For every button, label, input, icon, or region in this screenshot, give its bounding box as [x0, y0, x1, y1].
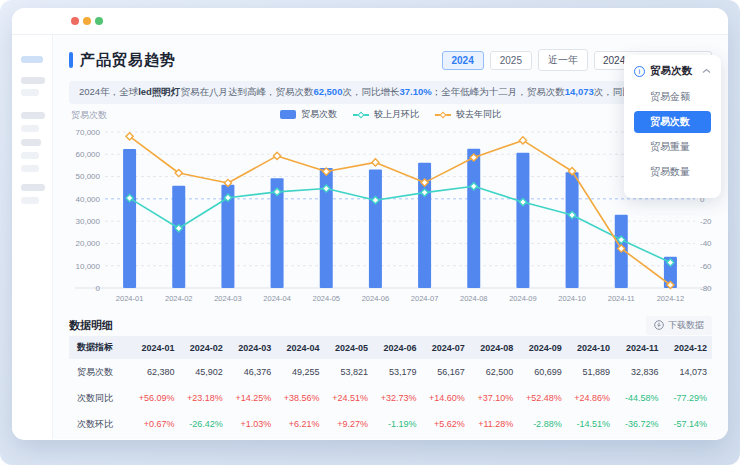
table-cell: +56.09% [131, 385, 179, 411]
option-trade-quantity[interactable]: 贸易数量 [634, 161, 711, 183]
chart-legend: 贸易次数 较上月环比 较去年同比 [69, 108, 712, 121]
table-cell: +0.67% [131, 411, 179, 437]
page-header: 产品贸易趋势 2024 2025 近一年 2024-01 → 2024-12 [69, 47, 712, 73]
table-cell: 49,255 [276, 359, 324, 385]
table-column-header: 数据指标 [69, 336, 131, 359]
bar-2024-02 [172, 186, 185, 288]
table-column-header: 2024-06 [373, 336, 421, 359]
left-axis-label: 60,000 [76, 150, 101, 159]
table-cell: -36.72% [615, 411, 663, 437]
bar-2024-01 [123, 149, 136, 288]
tab-year-2025[interactable]: 2025 [490, 51, 532, 70]
table-cell: -77.29% [663, 385, 712, 411]
table-cell: 62,380 [131, 359, 179, 385]
metric-dropdown-toggle[interactable]: 贸易次数 [634, 64, 711, 78]
right-axis-label: -20 [700, 217, 712, 226]
table-cell: +24.51% [325, 385, 373, 411]
sidebar-skeleton-item [21, 152, 39, 159]
option-trade-count[interactable]: 贸易次数 [634, 111, 711, 133]
left-axis-label: 10,000 [76, 262, 101, 271]
info-icon [634, 66, 645, 77]
x-axis-label: 2024-10 [558, 294, 586, 303]
line-series [130, 136, 671, 285]
summary-banner: 2024年，全球led照明灯贸易在八月达到高峰，贸易次数62,500次，同比增长… [69, 81, 712, 104]
table-cell: -26.42% [179, 411, 227, 437]
sidebar-skeleton-item [21, 112, 45, 119]
row-label: 次数环比 [69, 411, 131, 437]
table-cell: +5.62% [421, 411, 469, 437]
option-trade-weight[interactable]: 贸易重量 [634, 136, 711, 158]
line-swatch-icon [353, 114, 369, 116]
table-cell: -1.19% [373, 411, 421, 437]
summary-segment: 14,073 [565, 86, 594, 97]
table-column-header: 2024-12 [663, 336, 712, 359]
table-cell: 46,376 [228, 359, 276, 385]
table-cell: +6.21% [276, 411, 324, 437]
summary-segment: 37.10% [399, 86, 431, 97]
data-detail-section: 数据明细 下载数据 数据指标2024-012024-022024-032024-… [69, 314, 712, 437]
x-axis-label: 2024-01 [116, 294, 144, 303]
close-window-icon[interactable] [71, 17, 79, 25]
legend-item-yoy[interactable]: 较去年同比 [435, 108, 501, 121]
left-axis-label: 0 [96, 284, 101, 293]
left-axis-label: 50,000 [76, 172, 101, 181]
browser-window: 产品贸易趋势 2024 2025 近一年 2024-01 → 2024-12 [12, 8, 728, 440]
table-cell: +24.86% [567, 385, 615, 411]
table-column-header: 2024-04 [276, 336, 324, 359]
table-cell: +1.03% [228, 411, 276, 437]
line-swatch-icon [435, 114, 451, 116]
table-column-header: 2024-05 [325, 336, 373, 359]
right-axis-label: -60 [700, 262, 712, 271]
left-axis-label: 70,000 [76, 128, 101, 137]
metric-dropdown-panel: 贸易次数 贸易金额 贸易次数 贸易重量 贸易数量 [624, 55, 721, 198]
table-cell: 51,889 [567, 359, 615, 385]
x-axis-label: 2024-02 [165, 294, 193, 303]
window-titlebar [12, 8, 728, 35]
left-axis-label: 40,000 [76, 195, 101, 204]
table-column-header: 2024-01 [131, 336, 179, 359]
download-icon [654, 320, 664, 330]
bar-2024-10 [566, 172, 579, 288]
table-column-header: 2024-11 [615, 336, 663, 359]
tab-year-2024[interactable]: 2024 [442, 51, 484, 70]
table-cell: 60,699 [518, 359, 566, 385]
table-cell: 53,821 [325, 359, 373, 385]
table-cell: -57.14% [663, 411, 712, 437]
left-axis-label: 30,000 [76, 217, 101, 226]
bar-2024-06 [369, 169, 382, 288]
sidebar-skeleton-item [21, 89, 39, 96]
tab-recent-year[interactable]: 近一年 [538, 49, 588, 71]
table-title: 数据明细 [69, 318, 113, 333]
table-column-header: 2024-08 [470, 336, 518, 359]
table-column-header: 2024-10 [567, 336, 615, 359]
bar-swatch-icon [280, 110, 296, 119]
bar-2024-08 [467, 149, 480, 288]
table-row: 次数同比+56.09%+23.18%+14.25%+38.56%+24.51%+… [69, 385, 712, 411]
table-cell: +32.73% [373, 385, 421, 411]
summary-segment: ；全年低峰为十二月，贸易次数 [432, 86, 565, 97]
maximize-window-icon[interactable] [95, 17, 103, 25]
summary-segment: 次，同比增长 [342, 86, 399, 97]
sidebar-skeleton-item [21, 125, 39, 132]
selected-metric-label: 贸易次数 [650, 64, 692, 78]
title-accent-bar [69, 52, 73, 68]
summary-segment: 2024年，全球 [79, 86, 138, 97]
table-row: 次数环比+0.67%-26.42%+1.03%+6.21%+9.27%-1.19… [69, 411, 712, 437]
option-trade-amount[interactable]: 贸易金额 [634, 86, 711, 108]
legend-item-mom[interactable]: 较上月环比 [353, 108, 419, 121]
table-column-header: 2024-07 [421, 336, 469, 359]
table-cell: 56,167 [421, 359, 469, 385]
legend-item-bar[interactable]: 贸易次数 [280, 108, 337, 121]
row-label: 贸易次数 [69, 359, 131, 385]
table-cell: +14.25% [228, 385, 276, 411]
x-axis-label: 2024-12 [657, 294, 685, 303]
table-column-header: 2024-03 [228, 336, 276, 359]
sidebar-skeleton-item [21, 56, 43, 63]
x-axis-label: 2024-11 [608, 294, 635, 303]
bar-2024-09 [516, 153, 529, 288]
minimize-window-icon[interactable] [83, 17, 91, 25]
download-data-button[interactable]: 下载数据 [646, 316, 712, 335]
table-cell: +38.56% [276, 385, 324, 411]
table-cell: 32,836 [615, 359, 663, 385]
summary-segment: 贸易在八月达到高峰，贸易次数 [180, 86, 313, 97]
